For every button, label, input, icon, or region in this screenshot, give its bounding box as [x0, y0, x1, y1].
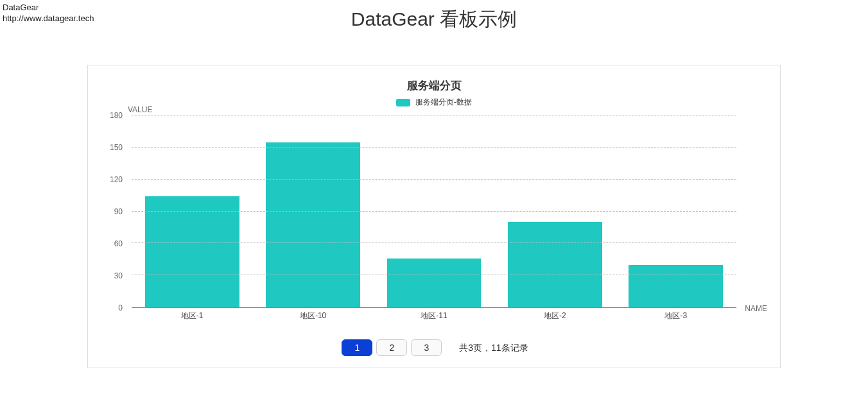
x-axis-labels: 地区-1地区-10地区-11地区-2地区-3 — [132, 310, 736, 321]
bar-slot — [374, 115, 494, 307]
y-axis-ticks: 0306090120150180 — [101, 115, 126, 308]
bar[interactable] — [387, 259, 482, 307]
legend-swatch — [396, 99, 410, 106]
grid-line — [132, 211, 736, 212]
bar[interactable] — [145, 196, 239, 307]
legend-label: 服务端分页-数据 — [415, 98, 472, 106]
y-tick-label: 120 — [110, 175, 123, 184]
page-button-2[interactable]: 2 — [376, 339, 407, 356]
page-button-1[interactable]: 1 — [342, 339, 372, 356]
y-tick-label: 90 — [114, 207, 123, 216]
brand-url: http://www.datagear.tech — [3, 13, 94, 24]
bar[interactable] — [266, 142, 360, 307]
y-tick-label: 180 — [110, 111, 123, 120]
grid-line — [132, 115, 736, 115]
brand-name: DataGear — [3, 3, 94, 13]
x-tick-label: 地区-3 — [616, 310, 736, 321]
chart-title: 服务端分页 — [101, 78, 767, 93]
plot-area: VALUE 0306090120150180 NAME — [101, 115, 767, 308]
grid-line — [132, 179, 736, 180]
x-tick-label: 地区-2 — [494, 310, 615, 321]
branding-block: DataGear http://www.datagear.tech — [3, 3, 94, 24]
grid-line — [132, 242, 736, 243]
chart-legend[interactable]: 服务端分页-数据 — [101, 97, 767, 108]
y-axis-name: VALUE — [128, 105, 152, 114]
page-title: DataGear 看板示例 — [0, 0, 868, 33]
y-tick-label: 0 — [118, 303, 123, 312]
grid-line — [132, 275, 736, 275]
grid-line — [132, 147, 736, 148]
chart-panel: 服务端分页 服务端分页-数据 VALUE 0306090120150180 NA… — [87, 65, 781, 368]
y-tick-label: 30 — [114, 271, 123, 280]
x-axis-name: NAME — [745, 304, 767, 313]
bar-slot — [616, 115, 736, 307]
y-tick-label: 150 — [110, 143, 123, 152]
page-button-3[interactable]: 3 — [411, 339, 442, 356]
pagination: 123 共3页，11条记录 — [101, 339, 767, 356]
bars-container — [132, 115, 736, 307]
bar[interactable] — [629, 265, 723, 307]
x-tick-label: 地区-1 — [132, 310, 252, 321]
plot — [132, 115, 736, 308]
bar[interactable] — [508, 222, 602, 307]
bar-slot — [132, 115, 252, 307]
x-tick-label: 地区-10 — [252, 310, 373, 321]
y-tick-label: 60 — [114, 239, 123, 248]
pagination-summary: 共3页，11条记录 — [459, 343, 528, 353]
bar-slot — [252, 115, 373, 307]
x-tick-label: 地区-11 — [374, 310, 494, 321]
bar-slot — [494, 115, 615, 307]
